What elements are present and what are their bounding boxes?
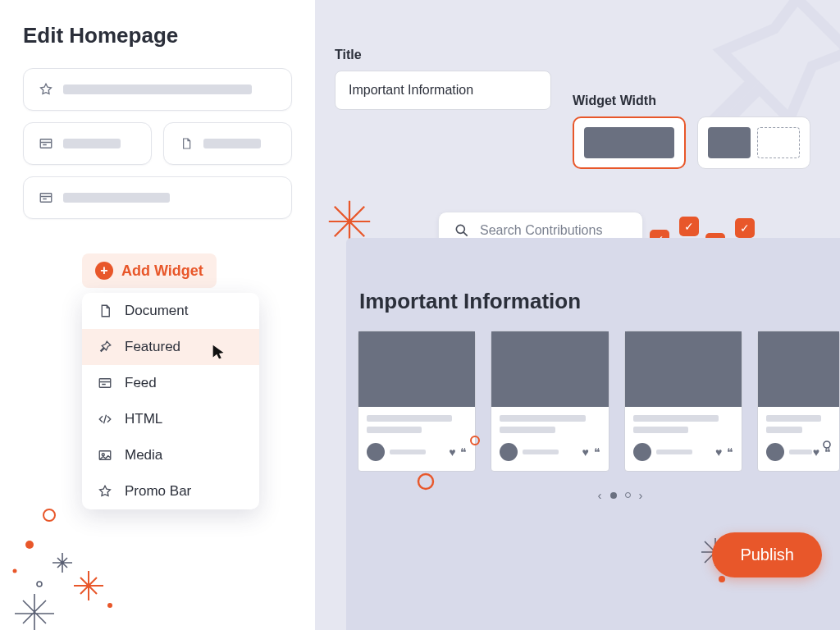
title-input[interactable]: Important Information <box>335 71 551 110</box>
comment-icon[interactable]: ❝ <box>594 445 600 459</box>
checkbox-checked-icon[interactable]: ✓ <box>735 218 755 238</box>
preview-card[interactable]: ♥❝ <box>491 331 609 472</box>
svg-rect-2 <box>99 379 111 388</box>
add-widget-section: + Add Widget Document Featured <box>82 253 259 509</box>
preview-card-row: ♥❝ ♥❝ ♥❝ <box>358 331 840 472</box>
width-option-half[interactable] <box>697 116 810 169</box>
pager-dot-active[interactable] <box>610 492 617 499</box>
card-image-placeholder <box>625 331 742 407</box>
plus-icon: + <box>95 262 113 280</box>
dropdown-label: HTML <box>125 411 162 427</box>
avatar-icon <box>500 443 518 461</box>
document-icon <box>97 303 113 319</box>
dropdown-item-featured[interactable]: Featured <box>82 329 259 365</box>
star-icon <box>39 82 53 97</box>
placeholder-line <box>789 450 812 454</box>
decorative-sparkles <box>0 499 164 630</box>
preview-card[interactable]: ♥❝ <box>358 331 476 472</box>
preview-card[interactable]: ♥❝ <box>624 331 742 472</box>
svg-point-4 <box>102 454 104 456</box>
placeholder-line <box>656 450 692 454</box>
feed-icon <box>97 375 113 391</box>
widget-card-feed-2[interactable] <box>23 176 292 219</box>
add-widget-label: Add Widget <box>121 262 203 280</box>
dropdown-item-document[interactable]: Document <box>82 293 259 329</box>
svg-point-6 <box>25 541 34 549</box>
svg-point-12 <box>418 474 433 489</box>
sidebar-editor: Edit Homepage <box>0 0 315 630</box>
placeholder-bar <box>63 193 170 203</box>
card-image-placeholder <box>491 331 608 407</box>
widget-card-star[interactable] <box>23 68 292 111</box>
placeholder-line <box>633 427 688 433</box>
chevron-left-icon[interactable]: ‹ <box>598 488 602 502</box>
placeholder-line <box>523 450 559 454</box>
svg-rect-1 <box>40 194 52 203</box>
card-image-placeholder <box>758 331 839 407</box>
publish-button[interactable]: Publish <box>712 532 822 578</box>
heart-icon[interactable]: ♥ <box>449 445 455 459</box>
title-input-value: Important Information <box>349 83 473 97</box>
svg-point-7 <box>37 582 42 587</box>
dropdown-item-promo-bar[interactable]: Promo Bar <box>82 473 259 509</box>
avatar-icon <box>367 443 385 461</box>
placeholder-line <box>500 427 555 433</box>
widget-type-dropdown: Document Featured Feed <box>82 293 259 509</box>
placeholder-line <box>367 427 422 433</box>
width-option-full[interactable] <box>573 116 686 169</box>
media-icon <box>97 447 113 463</box>
page-title: Edit Homepage <box>23 23 292 48</box>
comment-icon[interactable]: ❝ <box>727 445 733 459</box>
svg-rect-0 <box>40 139 52 148</box>
pager-dot[interactable] <box>625 492 631 498</box>
editor-canvas: Title Important Information Widget Width <box>315 0 840 630</box>
search-placeholder: Search Contributions <box>480 223 602 238</box>
placeholder-bar <box>63 84 252 94</box>
dropdown-item-feed[interactable]: Feed <box>82 365 259 401</box>
document-icon <box>179 136 194 151</box>
dropdown-label: Feed <box>125 375 157 391</box>
dropdown-item-media[interactable]: Media <box>82 437 259 473</box>
avatar-icon <box>633 443 651 461</box>
publish-label: Publish <box>740 546 794 564</box>
preview-card[interactable]: ♥❝ <box>757 331 840 472</box>
heart-icon[interactable]: ♥ <box>813 445 819 459</box>
placeholder-line <box>766 415 821 422</box>
dropdown-item-html[interactable]: HTML <box>82 401 259 437</box>
placeholder-bar <box>203 139 261 148</box>
dropdown-label: Media <box>125 447 162 463</box>
code-icon <box>97 411 113 427</box>
width-swatch-half <box>708 127 751 158</box>
heart-icon[interactable]: ♥ <box>715 445 722 459</box>
width-field-group: Widget Width <box>573 94 810 169</box>
feed-icon <box>39 136 53 151</box>
placeholder-bar <box>63 139 121 148</box>
heart-icon[interactable]: ♥ <box>582 445 589 459</box>
avatar-icon <box>766 443 784 461</box>
preview-heading: Important Information <box>359 289 840 314</box>
feed-icon <box>39 190 53 205</box>
add-widget-button[interactable]: + Add Widget <box>82 253 217 288</box>
dropdown-label: Document <box>125 303 188 319</box>
svg-point-9 <box>107 603 112 608</box>
comment-icon[interactable]: ❝ <box>460 445 467 459</box>
svg-point-5 <box>43 509 55 521</box>
pin-icon <box>97 339 113 355</box>
comment-icon[interactable]: ❝ <box>824 445 831 459</box>
placeholder-line <box>766 427 801 433</box>
checkbox-checked-icon[interactable]: ✓ <box>679 217 699 236</box>
title-field-group: Title Important Information <box>335 48 551 110</box>
width-swatch-empty <box>757 127 800 158</box>
placeholder-line <box>633 415 719 422</box>
width-swatch-full <box>584 127 674 158</box>
star-icon <box>97 483 113 500</box>
widget-card-document[interactable] <box>163 122 292 165</box>
carousel-pager: ‹ › <box>358 488 840 502</box>
widget-card-feed[interactable] <box>23 122 152 165</box>
title-label: Title <box>335 48 551 62</box>
placeholder-line <box>367 415 452 422</box>
svg-point-8 <box>13 569 17 573</box>
chevron-right-icon[interactable]: › <box>639 488 643 502</box>
svg-point-10 <box>456 225 464 233</box>
dropdown-label: Promo Bar <box>125 483 191 500</box>
